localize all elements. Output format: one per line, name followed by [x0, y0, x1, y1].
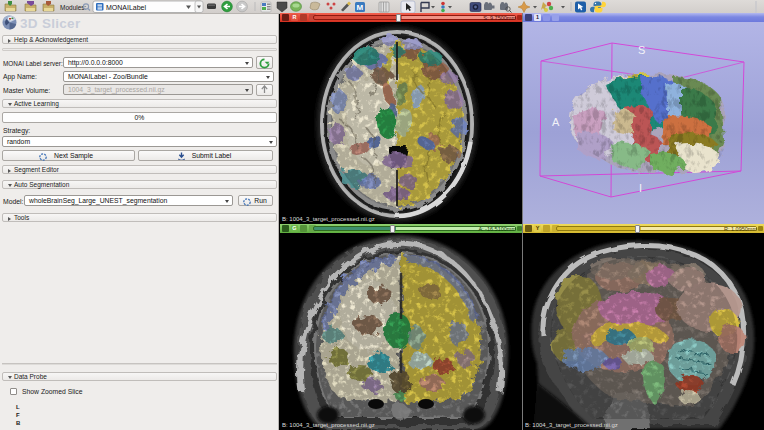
svg-text:Modules:: Modules:: [60, 4, 87, 11]
svg-text:S: S: [638, 44, 645, 56]
svg-text:M: M: [357, 3, 364, 12]
svg-text:I: I: [639, 182, 642, 194]
svg-text:MONAILabel: MONAILabel: [106, 4, 147, 11]
svg-text:A: A: [552, 116, 560, 128]
